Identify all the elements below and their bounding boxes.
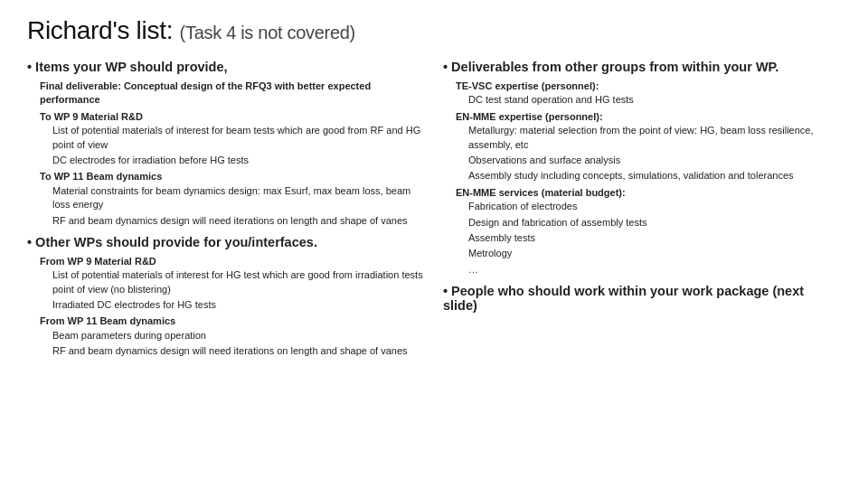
left-section2-header: • Other WPs should provide for you/inter… xyxy=(27,235,425,249)
sub-list: Fabrication of electrodes Design and fab… xyxy=(468,200,841,277)
right-section1-list: TE-VSC expertise (personnel): DC test st… xyxy=(456,80,841,277)
list-item: … xyxy=(468,263,841,277)
list-item: Observations and surface analysis xyxy=(468,154,841,167)
list-item: Assembly study including concepts, simul… xyxy=(468,169,841,183)
list-item: Irradiated DC electrodes for HG tests xyxy=(52,298,425,312)
list-item: EN-MME expertise (personnel): Metallurgy… xyxy=(456,110,841,183)
sub-list: List of potential materials of interest … xyxy=(52,124,425,167)
left-section1: • Items your WP should provide, Final de… xyxy=(27,60,425,228)
left-section1-list: Final deliverable: Conceptual design of … xyxy=(40,80,425,228)
list-item: Final deliverable: Conceptual design of … xyxy=(40,80,425,108)
list-item: List of potential materials of interest … xyxy=(52,268,425,296)
list-item: Fabrication of electrodes xyxy=(468,200,841,213)
list-item: TE-VSC expertise (personnel): DC test st… xyxy=(456,80,841,108)
sub-list: DC test stand operation and HG tests xyxy=(468,93,841,107)
list-item: From WP 11 Beam dynamics Beam parameters… xyxy=(40,314,425,358)
page-title: Richard's list: (Task 4 is not covered) xyxy=(27,16,841,45)
sub-list: Metallurgy: material selection from the … xyxy=(468,124,841,183)
left-section1-header: • Items your WP should provide, xyxy=(27,60,425,74)
title-sub: (Task 4 is not covered) xyxy=(180,23,355,42)
list-item: RF and beam dynamics design will need it… xyxy=(52,344,425,358)
right-section2-header: • People who should work within your wor… xyxy=(443,284,841,313)
sub-list: Beam parameters during operation RF and … xyxy=(52,329,425,359)
list-item: DC electrodes for irradiation before HG … xyxy=(52,154,425,167)
right-section1-header: • Deliverables from other groups from wi… xyxy=(443,60,841,74)
list-item: EN-MME services (material budget): Fabri… xyxy=(456,186,841,277)
right-section1: • Deliverables from other groups from wi… xyxy=(443,60,841,277)
right-section2: • People who should work within your wor… xyxy=(443,284,841,313)
list-item: Assembly tests xyxy=(468,231,841,245)
sub-list: Material constraints for beam dynamics d… xyxy=(52,184,425,228)
sub-list: List of potential materials of interest … xyxy=(52,268,425,312)
list-item: To WP 11 Beam dynamics Material constrai… xyxy=(40,170,425,228)
left-section2-list: From WP 9 Material R&D List of potential… xyxy=(40,255,425,359)
list-item: RF and beam dynamics design will need it… xyxy=(52,214,425,228)
list-item: Beam parameters during operation xyxy=(52,329,425,343)
left-column: • Items your WP should provide, Final de… xyxy=(27,60,425,366)
list-item: Material constraints for beam dynamics d… xyxy=(52,184,425,212)
title-main: Richard's list: xyxy=(27,16,173,44)
right-column: • Deliverables from other groups from wi… xyxy=(443,60,841,320)
main-columns: • Items your WP should provide, Final de… xyxy=(27,60,841,366)
list-item: To WP 9 Material R&D List of potential m… xyxy=(40,110,425,168)
list-item: List of potential materials of interest … xyxy=(52,124,425,152)
left-section2: • Other WPs should provide for you/inter… xyxy=(27,235,425,359)
list-item: Metrology xyxy=(468,247,841,260)
list-item: Design and fabrication of assembly tests xyxy=(468,216,841,230)
list-item: Metallurgy: material selection from the … xyxy=(468,124,841,152)
list-item: From WP 9 Material R&D List of potential… xyxy=(40,255,425,313)
page: Richard's list: (Task 4 is not covered) … xyxy=(0,0,868,488)
list-item: DC test stand operation and HG tests xyxy=(468,93,841,107)
